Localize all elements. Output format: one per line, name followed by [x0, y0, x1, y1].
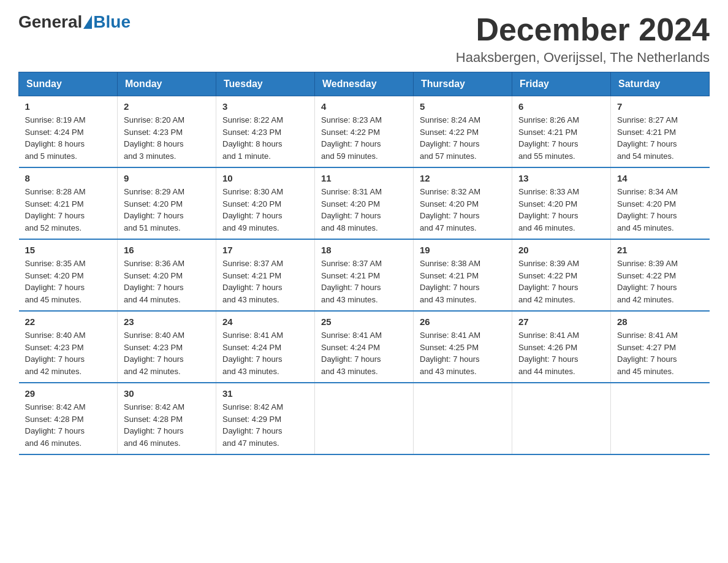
calendar-day-cell: 5Sunrise: 8:24 AM Sunset: 4:22 PM Daylig… — [414, 96, 512, 168]
logo-blue: Blue — [93, 12, 131, 32]
day-of-week-header: Tuesday — [216, 72, 315, 96]
calendar-day-cell — [414, 383, 512, 454]
calendar-day-cell: 30Sunrise: 8:42 AM Sunset: 4:28 PM Dayli… — [118, 383, 216, 454]
day-of-week-header: Sunday — [19, 72, 118, 96]
day-number: 13 — [518, 173, 604, 183]
day-info: Sunrise: 8:32 AM Sunset: 4:20 PM Dayligh… — [420, 186, 506, 234]
calendar-day-cell: 8Sunrise: 8:28 AM Sunset: 4:21 PM Daylig… — [19, 167, 118, 239]
calendar-day-cell — [611, 383, 710, 454]
day-number: 4 — [321, 101, 407, 112]
day-number: 12 — [420, 173, 506, 183]
calendar-day-cell: 27Sunrise: 8:41 AM Sunset: 4:26 PM Dayli… — [512, 311, 611, 383]
calendar-day-cell: 23Sunrise: 8:40 AM Sunset: 4:23 PM Dayli… — [118, 311, 216, 383]
day-number: 10 — [222, 173, 308, 183]
calendar-day-cell — [315, 383, 414, 454]
calendar-day-cell: 31Sunrise: 8:42 AM Sunset: 4:29 PM Dayli… — [216, 383, 315, 454]
calendar-day-cell: 10Sunrise: 8:30 AM Sunset: 4:20 PM Dayli… — [216, 167, 315, 239]
logo-text: General Blue — [18, 12, 131, 32]
page-header: General Blue December 2024 Haaksbergen, … — [18, 12, 710, 66]
calendar-day-cell: 28Sunrise: 8:41 AM Sunset: 4:27 PM Dayli… — [611, 311, 710, 383]
calendar-day-cell: 2Sunrise: 8:20 AM Sunset: 4:23 PM Daylig… — [118, 96, 216, 168]
day-info: Sunrise: 8:29 AM Sunset: 4:20 PM Dayligh… — [124, 186, 210, 234]
calendar-day-cell: 14Sunrise: 8:34 AM Sunset: 4:20 PM Dayli… — [611, 167, 710, 239]
day-number: 19 — [420, 245, 506, 255]
calendar-day-cell: 21Sunrise: 8:39 AM Sunset: 4:22 PM Dayli… — [611, 239, 710, 311]
day-number: 6 — [518, 101, 604, 112]
day-info: Sunrise: 8:40 AM Sunset: 4:23 PM Dayligh… — [25, 329, 112, 377]
day-info: Sunrise: 8:34 AM Sunset: 4:20 PM Dayligh… — [617, 186, 703, 234]
calendar-day-cell: 13Sunrise: 8:33 AM Sunset: 4:20 PM Dayli… — [512, 167, 611, 239]
day-of-week-header: Thursday — [414, 72, 512, 96]
day-number: 11 — [321, 173, 407, 183]
day-number: 25 — [321, 316, 407, 327]
calendar-table: SundayMondayTuesdayWednesdayThursdayFrid… — [18, 72, 710, 455]
day-number: 17 — [222, 245, 308, 255]
calendar-day-cell: 11Sunrise: 8:31 AM Sunset: 4:20 PM Dayli… — [315, 167, 414, 239]
calendar-day-cell: 25Sunrise: 8:41 AM Sunset: 4:24 PM Dayli… — [315, 311, 414, 383]
logo-general: General — [18, 12, 82, 32]
day-info: Sunrise: 8:19 AM Sunset: 4:24 PM Dayligh… — [25, 114, 112, 162]
day-info: Sunrise: 8:24 AM Sunset: 4:22 PM Dayligh… — [420, 114, 506, 162]
day-info: Sunrise: 8:39 AM Sunset: 4:22 PM Dayligh… — [617, 258, 703, 305]
location-title: Haaksbergen, Overijssel, The Netherlands — [456, 50, 710, 66]
calendar-day-cell: 16Sunrise: 8:36 AM Sunset: 4:20 PM Dayli… — [118, 239, 216, 311]
day-number: 8 — [25, 173, 112, 183]
day-number: 24 — [222, 316, 308, 327]
day-info: Sunrise: 8:20 AM Sunset: 4:23 PM Dayligh… — [124, 114, 210, 162]
day-info: Sunrise: 8:42 AM Sunset: 4:28 PM Dayligh… — [124, 401, 210, 449]
day-info: Sunrise: 8:36 AM Sunset: 4:20 PM Dayligh… — [124, 258, 210, 305]
day-number: 16 — [124, 245, 210, 255]
day-number: 28 — [617, 316, 703, 327]
day-of-week-header: Saturday — [611, 72, 710, 96]
day-info: Sunrise: 8:41 AM Sunset: 4:26 PM Dayligh… — [518, 329, 604, 377]
day-number: 26 — [420, 316, 506, 327]
day-info: Sunrise: 8:41 AM Sunset: 4:24 PM Dayligh… — [222, 329, 308, 377]
day-info: Sunrise: 8:31 AM Sunset: 4:20 PM Dayligh… — [321, 186, 407, 234]
day-info: Sunrise: 8:26 AM Sunset: 4:21 PM Dayligh… — [518, 114, 604, 162]
calendar-day-cell: 4Sunrise: 8:23 AM Sunset: 4:22 PM Daylig… — [315, 96, 414, 168]
day-info: Sunrise: 8:42 AM Sunset: 4:28 PM Dayligh… — [25, 401, 112, 449]
day-number: 22 — [25, 316, 112, 327]
day-info: Sunrise: 8:42 AM Sunset: 4:29 PM Dayligh… — [222, 401, 308, 449]
day-info: Sunrise: 8:41 AM Sunset: 4:25 PM Dayligh… — [420, 329, 506, 377]
logo: General Blue — [18, 12, 131, 32]
day-info: Sunrise: 8:40 AM Sunset: 4:23 PM Dayligh… — [124, 329, 210, 377]
day-info: Sunrise: 8:41 AM Sunset: 4:24 PM Dayligh… — [321, 329, 407, 377]
day-number: 1 — [25, 101, 112, 112]
day-info: Sunrise: 8:27 AM Sunset: 4:21 PM Dayligh… — [617, 114, 703, 162]
day-info: Sunrise: 8:37 AM Sunset: 4:21 PM Dayligh… — [321, 258, 407, 305]
calendar-week-row: 15Sunrise: 8:35 AM Sunset: 4:20 PM Dayli… — [19, 239, 710, 311]
day-of-week-header: Monday — [118, 72, 216, 96]
day-info: Sunrise: 8:33 AM Sunset: 4:20 PM Dayligh… — [518, 186, 604, 234]
calendar-week-row: 1Sunrise: 8:19 AM Sunset: 4:24 PM Daylig… — [19, 96, 710, 168]
day-info: Sunrise: 8:28 AM Sunset: 4:21 PM Dayligh… — [25, 186, 112, 234]
logo-triangle-icon — [83, 15, 92, 29]
calendar-day-cell: 26Sunrise: 8:41 AM Sunset: 4:25 PM Dayli… — [414, 311, 512, 383]
day-number: 5 — [420, 101, 506, 112]
calendar-week-row: 22Sunrise: 8:40 AM Sunset: 4:23 PM Dayli… — [19, 311, 710, 383]
calendar-day-cell: 9Sunrise: 8:29 AM Sunset: 4:20 PM Daylig… — [118, 167, 216, 239]
day-number: 27 — [518, 316, 604, 327]
calendar-day-cell: 24Sunrise: 8:41 AM Sunset: 4:24 PM Dayli… — [216, 311, 315, 383]
calendar-day-cell — [512, 383, 611, 454]
day-info: Sunrise: 8:30 AM Sunset: 4:20 PM Dayligh… — [222, 186, 308, 234]
day-number: 14 — [617, 173, 703, 183]
days-header-row: SundayMondayTuesdayWednesdayThursdayFrid… — [19, 72, 710, 96]
day-number: 29 — [25, 388, 112, 399]
day-number: 7 — [617, 101, 703, 112]
day-of-week-header: Wednesday — [315, 72, 414, 96]
day-number: 18 — [321, 245, 407, 255]
calendar-day-cell: 6Sunrise: 8:26 AM Sunset: 4:21 PM Daylig… — [512, 96, 611, 168]
day-number: 30 — [124, 388, 210, 399]
calendar-day-cell: 15Sunrise: 8:35 AM Sunset: 4:20 PM Dayli… — [19, 239, 118, 311]
calendar-day-cell: 20Sunrise: 8:39 AM Sunset: 4:22 PM Dayli… — [512, 239, 611, 311]
day-info: Sunrise: 8:41 AM Sunset: 4:27 PM Dayligh… — [617, 329, 703, 377]
day-info: Sunrise: 8:38 AM Sunset: 4:21 PM Dayligh… — [420, 258, 506, 305]
day-number: 3 — [222, 101, 308, 112]
day-info: Sunrise: 8:37 AM Sunset: 4:21 PM Dayligh… — [222, 258, 308, 305]
day-number: 20 — [518, 245, 604, 255]
day-number: 9 — [124, 173, 210, 183]
calendar-day-cell: 29Sunrise: 8:42 AM Sunset: 4:28 PM Dayli… — [19, 383, 118, 454]
day-info: Sunrise: 8:23 AM Sunset: 4:22 PM Dayligh… — [321, 114, 407, 162]
calendar-day-cell: 19Sunrise: 8:38 AM Sunset: 4:21 PM Dayli… — [414, 239, 512, 311]
